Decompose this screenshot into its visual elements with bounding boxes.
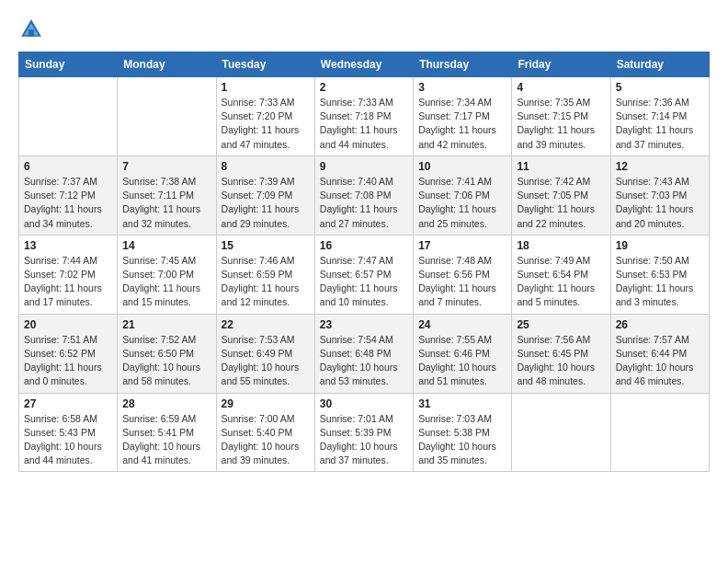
sun-info: Sunrise: 7:52 AM Sunset: 6:50 PM Dayligh…: [122, 333, 210, 389]
calendar-cell: 3Sunrise: 7:34 AM Sunset: 7:17 PM Daylig…: [414, 77, 512, 156]
sun-info: Sunrise: 7:44 AM Sunset: 7:02 PM Dayligh…: [24, 254, 112, 310]
day-number: 25: [517, 318, 605, 331]
calendar-table: Sunday Monday Tuesday Wednesday Thursday…: [18, 52, 710, 472]
day-number: 8: [222, 160, 310, 173]
sun-info: Sunrise: 7:33 AM Sunset: 7:18 PM Dayligh…: [320, 96, 408, 152]
day-number: 24: [418, 318, 506, 331]
calendar-cell: 30Sunrise: 7:01 AM Sunset: 5:39 PM Dayli…: [314, 393, 413, 472]
day-number: 13: [24, 239, 112, 252]
sun-info: Sunrise: 7:42 AM Sunset: 7:05 PM Dayligh…: [517, 175, 605, 231]
day-number: 29: [222, 397, 310, 410]
calendar-cell: 31Sunrise: 7:03 AM Sunset: 5:38 PM Dayli…: [414, 393, 512, 472]
calendar-cell: 1Sunrise: 7:33 AM Sunset: 7:20 PM Daylig…: [216, 77, 314, 156]
header: [18, 17, 710, 42]
calendar-header-row: Sunday Monday Tuesday Wednesday Thursday…: [19, 52, 710, 77]
calendar-week-row: 13Sunrise: 7:44 AM Sunset: 7:02 PM Dayli…: [19, 235, 710, 314]
day-number: 15: [222, 239, 310, 252]
calendar-cell: 15Sunrise: 7:46 AM Sunset: 6:59 PM Dayli…: [216, 235, 314, 314]
day-number: 1: [222, 81, 310, 94]
calendar-week-row: 1Sunrise: 7:33 AM Sunset: 7:20 PM Daylig…: [19, 77, 710, 156]
sun-info: Sunrise: 7:54 AM Sunset: 6:48 PM Dayligh…: [320, 333, 408, 389]
calendar-cell: 2Sunrise: 7:33 AM Sunset: 7:18 PM Daylig…: [314, 77, 413, 156]
day-number: 10: [418, 160, 506, 173]
day-number: 14: [122, 239, 210, 252]
calendar-cell: 6Sunrise: 7:37 AM Sunset: 7:12 PM Daylig…: [19, 155, 118, 235]
calendar-cell: 7Sunrise: 7:38 AM Sunset: 7:11 PM Daylig…: [118, 155, 216, 235]
sun-info: Sunrise: 7:03 AM Sunset: 5:38 PM Dayligh…: [418, 412, 506, 468]
day-number: 7: [122, 160, 210, 173]
day-number: 2: [320, 81, 408, 94]
day-number: 27: [24, 397, 112, 410]
logo-icon: [18, 17, 44, 42]
calendar-cell: 19Sunrise: 7:50 AM Sunset: 6:53 PM Dayli…: [610, 235, 709, 314]
calendar-cell: 13Sunrise: 7:44 AM Sunset: 7:02 PM Dayli…: [19, 235, 118, 314]
day-number: 30: [320, 397, 408, 410]
calendar-cell: 25Sunrise: 7:56 AM Sunset: 6:45 PM Dayli…: [512, 314, 610, 393]
calendar-week-row: 27Sunrise: 6:58 AM Sunset: 5:43 PM Dayli…: [19, 393, 710, 472]
sun-info: Sunrise: 7:35 AM Sunset: 7:15 PM Dayligh…: [517, 96, 605, 152]
day-number: 21: [122, 318, 210, 331]
sun-info: Sunrise: 7:00 AM Sunset: 5:40 PM Dayligh…: [222, 412, 310, 468]
col-sunday: Sunday: [19, 52, 118, 77]
calendar-cell: 11Sunrise: 7:42 AM Sunset: 7:05 PM Dayli…: [512, 155, 610, 235]
sun-info: Sunrise: 7:46 AM Sunset: 6:59 PM Dayligh…: [222, 254, 310, 310]
day-number: 16: [320, 239, 408, 252]
day-number: 12: [616, 160, 704, 173]
day-number: 11: [517, 160, 605, 173]
day-number: 3: [418, 81, 506, 94]
day-number: 31: [418, 397, 506, 410]
page: Sunday Monday Tuesday Wednesday Thursday…: [0, 0, 728, 563]
sun-info: Sunrise: 7:53 AM Sunset: 6:49 PM Dayligh…: [222, 333, 310, 389]
sun-info: Sunrise: 7:36 AM Sunset: 7:14 PM Dayligh…: [616, 96, 704, 152]
day-number: 26: [616, 318, 704, 331]
day-number: 4: [517, 81, 605, 94]
calendar-cell: 14Sunrise: 7:45 AM Sunset: 7:00 PM Dayli…: [118, 235, 216, 314]
day-number: 20: [24, 318, 112, 331]
sun-info: Sunrise: 7:40 AM Sunset: 7:08 PM Dayligh…: [320, 175, 408, 231]
calendar-cell: 5Sunrise: 7:36 AM Sunset: 7:14 PM Daylig…: [610, 77, 709, 156]
sun-info: Sunrise: 7:57 AM Sunset: 6:44 PM Dayligh…: [616, 333, 704, 389]
sun-info: Sunrise: 7:41 AM Sunset: 7:06 PM Dayligh…: [418, 175, 506, 231]
calendar-cell: 21Sunrise: 7:52 AM Sunset: 6:50 PM Dayli…: [118, 314, 216, 393]
day-number: 23: [320, 318, 408, 331]
sun-info: Sunrise: 7:48 AM Sunset: 6:56 PM Dayligh…: [418, 254, 506, 310]
sun-info: Sunrise: 7:37 AM Sunset: 7:12 PM Dayligh…: [24, 175, 112, 231]
calendar-cell: 20Sunrise: 7:51 AM Sunset: 6:52 PM Dayli…: [19, 314, 118, 393]
calendar-cell: 23Sunrise: 7:54 AM Sunset: 6:48 PM Dayli…: [314, 314, 413, 393]
calendar-cell: 16Sunrise: 7:47 AM Sunset: 6:57 PM Dayli…: [314, 235, 413, 314]
day-number: 17: [418, 239, 506, 252]
calendar-cell: 10Sunrise: 7:41 AM Sunset: 7:06 PM Dayli…: [414, 155, 512, 235]
calendar-cell: 24Sunrise: 7:55 AM Sunset: 6:46 PM Dayli…: [414, 314, 512, 393]
calendar-cell: 29Sunrise: 7:00 AM Sunset: 5:40 PM Dayli…: [216, 393, 314, 472]
sun-info: Sunrise: 7:49 AM Sunset: 6:54 PM Dayligh…: [517, 254, 605, 310]
col-wednesday: Wednesday: [314, 52, 413, 77]
sun-info: Sunrise: 7:33 AM Sunset: 7:20 PM Dayligh…: [222, 96, 310, 152]
calendar-cell: 4Sunrise: 7:35 AM Sunset: 7:15 PM Daylig…: [512, 77, 610, 156]
calendar-cell: [512, 393, 610, 472]
sun-info: Sunrise: 7:01 AM Sunset: 5:39 PM Dayligh…: [320, 412, 408, 468]
col-friday: Friday: [512, 52, 610, 77]
calendar-week-row: 6Sunrise: 7:37 AM Sunset: 7:12 PM Daylig…: [19, 155, 710, 235]
calendar-cell: 8Sunrise: 7:39 AM Sunset: 7:09 PM Daylig…: [216, 155, 314, 235]
sun-info: Sunrise: 6:59 AM Sunset: 5:41 PM Dayligh…: [122, 412, 210, 468]
logo: [18, 17, 46, 42]
col-tuesday: Tuesday: [216, 52, 314, 77]
calendar-cell: [610, 393, 709, 472]
day-number: 18: [517, 239, 605, 252]
calendar-cell: 12Sunrise: 7:43 AM Sunset: 7:03 PM Dayli…: [610, 155, 709, 235]
sun-info: Sunrise: 7:50 AM Sunset: 6:53 PM Dayligh…: [616, 254, 704, 310]
sun-info: Sunrise: 7:43 AM Sunset: 7:03 PM Dayligh…: [616, 175, 704, 231]
day-number: 9: [320, 160, 408, 173]
svg-rect-2: [28, 29, 34, 37]
sun-info: Sunrise: 7:34 AM Sunset: 7:17 PM Dayligh…: [418, 96, 506, 152]
day-number: 6: [24, 160, 112, 173]
sun-info: Sunrise: 7:51 AM Sunset: 6:52 PM Dayligh…: [24, 333, 112, 389]
sun-info: Sunrise: 7:56 AM Sunset: 6:45 PM Dayligh…: [517, 333, 605, 389]
sun-info: Sunrise: 7:55 AM Sunset: 6:46 PM Dayligh…: [418, 333, 506, 389]
calendar-cell: 9Sunrise: 7:40 AM Sunset: 7:08 PM Daylig…: [314, 155, 413, 235]
sun-info: Sunrise: 7:39 AM Sunset: 7:09 PM Dayligh…: [222, 175, 310, 231]
day-number: 22: [222, 318, 310, 331]
calendar-cell: 17Sunrise: 7:48 AM Sunset: 6:56 PM Dayli…: [414, 235, 512, 314]
calendar-week-row: 20Sunrise: 7:51 AM Sunset: 6:52 PM Dayli…: [19, 314, 710, 393]
calendar-cell: 27Sunrise: 6:58 AM Sunset: 5:43 PM Dayli…: [19, 393, 118, 472]
